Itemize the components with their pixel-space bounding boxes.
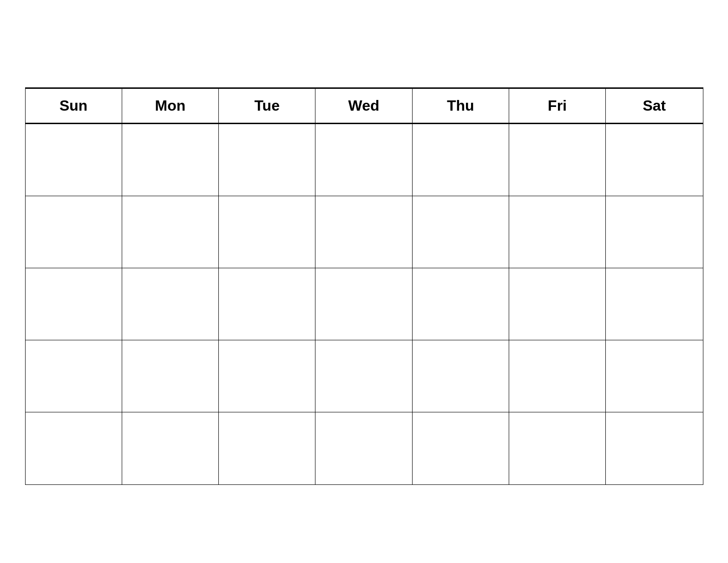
calendar-cell[interactable] [315,196,412,268]
calendar-cell[interactable] [122,268,219,340]
calendar-cell[interactable] [413,268,509,340]
calendar-cell[interactable] [413,196,509,268]
calendar-cell[interactable] [315,340,412,412]
calendar-cell[interactable] [413,412,509,484]
calendar-cell[interactable] [26,268,122,340]
header-tue: Tue [219,89,315,123]
calendar-row [26,340,703,412]
calendar-row [26,124,703,196]
header-sun: Sun [26,89,122,123]
calendar-cell[interactable] [26,340,122,412]
calendar-row [26,196,703,268]
calendar-cell[interactable] [122,340,219,412]
calendar-cell[interactable] [219,124,315,196]
calendar-cell[interactable] [509,268,606,340]
calendar-cell[interactable] [122,412,219,484]
calendar-cell[interactable] [413,124,509,196]
calendar-header: Sun Mon Tue Wed Thu Fri Sat [26,89,703,124]
calendar-cell[interactable] [219,268,315,340]
calendar-cell[interactable] [606,340,702,412]
calendar-cell[interactable] [122,124,219,196]
calendar-container: Sun Mon Tue Wed Thu Fri Sat [25,87,703,485]
calendar-cell[interactable] [219,412,315,484]
calendar-cell[interactable] [509,124,606,196]
header-fri: Fri [509,89,606,123]
header-thu: Thu [413,89,509,123]
calendar-body [26,124,703,484]
calendar-cell[interactable] [219,340,315,412]
calendar-row [26,268,703,340]
page-wrapper: Sun Mon Tue Wed Thu Fri Sat [25,78,703,485]
header-mon: Mon [122,89,219,123]
calendar-cell[interactable] [606,268,702,340]
calendar-cell[interactable] [122,196,219,268]
header-wed: Wed [315,89,412,123]
calendar-cell[interactable] [315,412,412,484]
calendar-cell[interactable] [606,124,702,196]
calendar-cell[interactable] [606,196,702,268]
calendar-cell[interactable] [26,124,122,196]
calendar-cell[interactable] [26,412,122,484]
calendar-cell[interactable] [26,196,122,268]
calendar-cell[interactable] [509,196,606,268]
calendar-row [26,412,703,484]
calendar-cell[interactable] [315,124,412,196]
calendar-cell[interactable] [219,196,315,268]
calendar-cell[interactable] [413,340,509,412]
calendar-cell[interactable] [509,340,606,412]
calendar-cell[interactable] [315,268,412,340]
calendar-cell[interactable] [509,412,606,484]
header-sat: Sat [606,89,702,123]
calendar-cell[interactable] [606,412,702,484]
